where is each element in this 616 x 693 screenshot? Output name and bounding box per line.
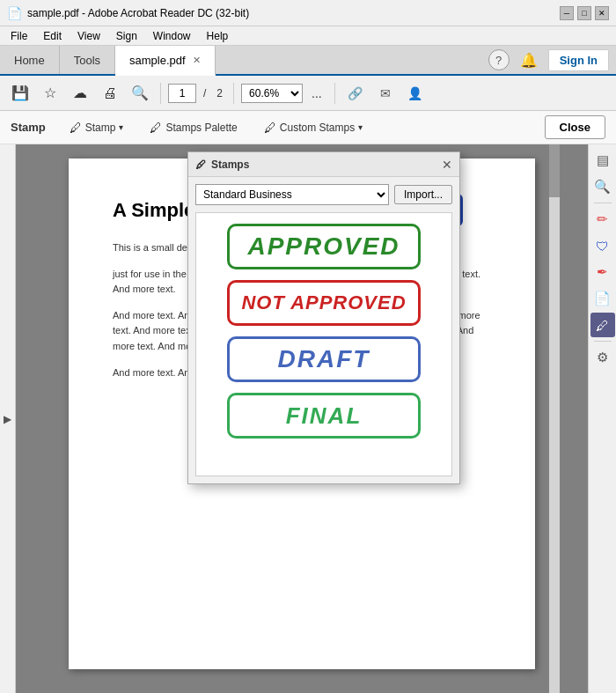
main-area: ▶ A Simple PDF File CONFIDENTIAL This is…: [0, 144, 616, 693]
window-controls: ─ □ ✕: [560, 6, 609, 20]
dialog-close-button[interactable]: ✕: [442, 159, 452, 171]
email-button[interactable]: ✉: [372, 80, 399, 107]
stamp-icon: 🖊: [70, 121, 82, 135]
sidebar-icon-stamp[interactable]: 🖊: [590, 313, 615, 337]
bookmark-icon: ☆: [44, 85, 56, 101]
menu-view[interactable]: View: [70, 28, 107, 44]
sidebar-separator-2: [594, 341, 612, 342]
bookmark-button[interactable]: ☆: [37, 80, 63, 107]
right-sidebar: ▤ 🔍 ✏ 🛡 ✒ 📄 🖊 ⚙: [588, 144, 616, 693]
dialog-body: Standard Business Dynamic Sign Here Impo…: [188, 177, 459, 483]
menu-help[interactable]: Help: [200, 28, 236, 44]
menu-bar: File Edit View Sign Window Help: [0, 26, 616, 46]
stamps-dialog: 🖊 Stamps ✕ Standard Business Dynamic Sig…: [187, 151, 460, 484]
dialog-toolbar: Standard Business Dynamic Sign Here Impo…: [195, 184, 452, 205]
tab-right-controls: ? 🔔 Sign In: [488, 46, 616, 74]
toolbar-separator: [160, 83, 161, 104]
scroll-thumb[interactable]: [549, 144, 560, 197]
custom-btn-label: Custom Stamps: [280, 122, 355, 134]
close-button[interactable]: Close: [545, 115, 605, 139]
sidebar-icon-shield[interactable]: 🛡: [590, 233, 615, 258]
app-title: sample.pdf - Adobe Acrobat Reader DC (32…: [27, 7, 560, 19]
toolbar-separator-2: [233, 83, 234, 104]
zoom-select[interactable]: 60.6% 50% 75% 100%: [241, 84, 303, 103]
stamp-final[interactable]: FINAL: [227, 393, 421, 439]
help-button[interactable]: ?: [488, 49, 510, 70]
toolbar-separator-3: [334, 83, 335, 104]
approved-text: APPROVED: [247, 232, 400, 261]
link-tool-button[interactable]: 🔗: [342, 80, 369, 107]
stamp-draft[interactable]: DRAFT: [227, 336, 421, 382]
tab-home-label: Home: [14, 54, 45, 67]
find-icon: 🔍: [131, 85, 149, 101]
menu-sign[interactable]: Sign: [109, 28, 144, 44]
menu-edit[interactable]: Edit: [36, 28, 69, 44]
stamps-list: APPROVED NOT APPROVED DRAFT FINAL: [195, 212, 452, 476]
print-icon: 🖨: [103, 85, 117, 101]
app-icon: 📄: [7, 6, 22, 20]
tab-close-icon[interactable]: ✕: [193, 55, 201, 66]
stamp-btn-label: Stamp: [85, 122, 116, 134]
more-options-icon[interactable]: ...: [306, 85, 327, 102]
dialog-title-text: Stamps: [211, 159, 249, 171]
dialog-stamp-icon: 🖊: [195, 159, 206, 171]
stamp-toolbar-label: Stamp: [11, 121, 46, 134]
pdf-area: A Simple PDF File CONFIDENTIAL This is a…: [16, 144, 588, 693]
save-button[interactable]: 💾: [7, 80, 33, 107]
left-nav-arrow[interactable]: ▶: [0, 144, 16, 693]
sign-in-button[interactable]: Sign In: [548, 49, 609, 71]
page-total: 2: [216, 87, 223, 100]
page-separator: /: [203, 87, 206, 100]
user-button[interactable]: 👤: [402, 80, 429, 107]
page-number-input[interactable]: [168, 84, 196, 103]
custom-stamps-button[interactable]: 🖊 Custom Stamps ▾: [254, 116, 372, 139]
custom-icon: 🖊: [264, 121, 276, 135]
draft-text: DRAFT: [278, 345, 370, 373]
stamp-tool-button[interactable]: 🖊 Stamp ▾: [60, 116, 134, 139]
sidebar-icon-document[interactable]: 📄: [590, 286, 615, 311]
scroll-bar[interactable]: [549, 144, 560, 693]
import-button[interactable]: Import...: [394, 185, 452, 204]
tab-tools[interactable]: Tools: [60, 46, 115, 74]
stamp-not-approved[interactable]: NOT APPROVED: [227, 280, 421, 326]
menu-file[interactable]: File: [4, 28, 34, 44]
sidebar-icon-search[interactable]: 🔍: [590, 174, 615, 199]
not-approved-text: NOT APPROVED: [241, 291, 406, 314]
sidebar-icon-edit[interactable]: ✏: [590, 207, 615, 232]
stamp-arrow-icon: ▾: [119, 122, 123, 132]
sidebar-icon-settings[interactable]: ⚙: [590, 345, 615, 370]
sidebar-icon-toc[interactable]: ▤: [590, 148, 615, 173]
sidebar-icon-pen[interactable]: ✒: [590, 260, 615, 284]
sidebar-separator-1: [594, 203, 612, 203]
tab-sample-pdf[interactable]: sample.pdf ✕: [115, 46, 216, 76]
tab-tools-label: Tools: [74, 54, 100, 67]
save-icon: 💾: [11, 85, 29, 101]
minimize-button[interactable]: ─: [560, 6, 574, 20]
print-button[interactable]: 🖨: [97, 80, 123, 107]
upload-icon: ☁: [73, 85, 87, 101]
window-close-button[interactable]: ✕: [595, 6, 609, 20]
category-select[interactable]: Standard Business Dynamic Sign Here: [195, 184, 389, 205]
stamp-approved[interactable]: APPROVED: [227, 224, 421, 269]
title-bar: 📄 sample.pdf - Adobe Acrobat Reader DC (…: [0, 0, 616, 26]
find-button[interactable]: 🔍: [127, 80, 153, 107]
final-text: FINAL: [286, 402, 363, 430]
palette-icon: 🖊: [150, 121, 162, 135]
tab-bar: Home Tools sample.pdf ✕ ? 🔔 Sign In: [0, 46, 616, 76]
stamp-toolbar: Stamp 🖊 Stamp ▾ 🖊 Stamps Palette 🖊 Custo…: [0, 111, 616, 144]
custom-arrow-icon: ▾: [358, 122, 363, 132]
dialog-title: 🖊 Stamps: [195, 159, 442, 171]
tab-sample-label: sample.pdf: [129, 54, 186, 67]
notifications-bell-icon[interactable]: 🔔: [520, 52, 538, 69]
stamps-palette-button[interactable]: 🖊 Stamps Palette: [140, 116, 246, 139]
upload-button[interactable]: ☁: [67, 80, 93, 107]
menu-window[interactable]: Window: [146, 28, 198, 44]
toolbar: 💾 ☆ ☁ 🖨 🔍 / 2 60.6% 50% 75% 100% ... 🔗 ✉…: [0, 76, 616, 111]
palette-btn-label: Stamps Palette: [165, 122, 237, 134]
tab-home[interactable]: Home: [0, 46, 60, 74]
maximize-button[interactable]: □: [577, 6, 591, 20]
dialog-header[interactable]: 🖊 Stamps ✕: [188, 152, 459, 177]
